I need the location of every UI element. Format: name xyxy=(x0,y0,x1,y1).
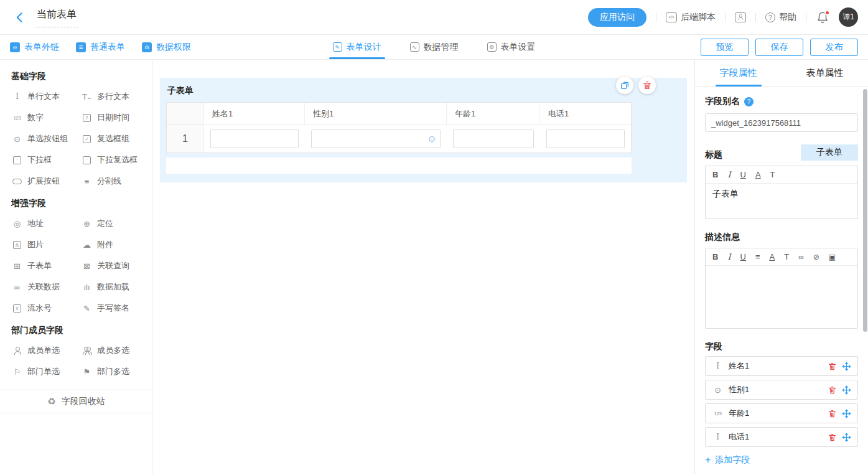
tab-data-management[interactable]: ∿ 数据管理 xyxy=(410,35,459,59)
back-icon[interactable] xyxy=(14,11,26,24)
move-field-icon[interactable] xyxy=(842,362,851,371)
avatar[interactable]: 谭1 xyxy=(839,7,858,27)
save-button[interactable]: 保存 xyxy=(755,39,803,56)
sidebar-item-location[interactable]: ⊕定位 xyxy=(81,218,149,229)
preview-button[interactable]: 预览 xyxy=(701,39,749,56)
form-title[interactable]: 当前表单 xyxy=(35,7,78,27)
sidebar-item-image[interactable]: ∆图片 xyxy=(11,239,81,250)
subform-col-index xyxy=(167,103,204,125)
font-color-icon[interactable]: A xyxy=(755,170,761,179)
item-label: 定位 xyxy=(97,218,113,229)
app-header: 当前表单 应用访问 </> 后端脚本 ? 帮助 谭1 xyxy=(0,0,868,35)
subform-widget[interactable]: 子表单 姓名1 性别1 年龄1 电话1 1 ⊙ xyxy=(160,78,687,182)
subform-badge[interactable]: 子表单 xyxy=(801,144,858,161)
item-label: 下拉框 xyxy=(27,154,52,166)
field-recycle-bin[interactable]: ♻ 字段回收站 xyxy=(0,390,152,413)
font-color-icon[interactable]: A xyxy=(770,252,775,261)
sidebar-item-extend-button[interactable]: 扩展按钮 xyxy=(11,176,81,187)
font-size-icon[interactable]: T xyxy=(784,252,789,261)
copy-widget-button[interactable] xyxy=(616,77,633,94)
sidebar-item-radio-group[interactable]: ⊙单选按钮组 xyxy=(11,133,81,144)
sidebar-item-number[interactable]: 123数字 xyxy=(11,112,81,123)
field-row-age[interactable]: 123 年龄1 xyxy=(705,403,858,423)
app-access-button[interactable]: 应用访问 xyxy=(588,8,646,27)
sidebar-item-dept-single[interactable]: ⚐部门单选 xyxy=(11,366,81,377)
align-icon[interactable]: ≡ xyxy=(755,252,760,261)
sidebar-item-serial-number[interactable]: #流水号 xyxy=(11,303,81,314)
sidebar-item-member-single[interactable]: 成员单选 xyxy=(11,345,81,356)
tab-form-design[interactable]: ✎ 表单设计 xyxy=(333,35,381,59)
tab-form-settings[interactable]: ⚙ 表单设置 xyxy=(487,35,536,59)
description-label: 描述信息 xyxy=(705,232,858,243)
delete-field-icon[interactable] xyxy=(828,433,837,442)
field-row-phone[interactable]: I 电话1 xyxy=(705,427,858,447)
sidebar-item-divider-line[interactable]: ≡分割线 xyxy=(81,176,149,187)
link-icon[interactable]: ∞ xyxy=(798,253,804,261)
notification-bell-button[interactable] xyxy=(816,11,829,24)
title-label: 标题 xyxy=(705,149,722,161)
sidebar-item-linked-data[interactable]: ∞关联数据 xyxy=(11,281,81,293)
gender-input[interactable] xyxy=(311,129,441,148)
bold-icon[interactable]: B xyxy=(712,170,718,179)
data-permission-button[interactable]: ılı 数据权限 xyxy=(142,42,191,53)
bold-icon[interactable]: B xyxy=(712,252,718,261)
sidebar-item-attachment[interactable]: ☁附件 xyxy=(81,239,149,250)
move-field-icon[interactable] xyxy=(842,433,851,442)
field-row-gender[interactable]: ⊙ 性别1 xyxy=(705,380,858,400)
normal-form-button[interactable]: ≣ 普通表单 xyxy=(76,42,125,53)
sidebar-item-address[interactable]: ◎地址 xyxy=(11,218,81,229)
item-label: 多行文本 xyxy=(97,91,129,102)
underline-icon[interactable]: U xyxy=(740,252,746,261)
tab-form-properties[interactable]: 表单属性 xyxy=(782,60,868,86)
sidebar-item-single-line-text[interactable]: I单行文本 xyxy=(11,91,81,102)
field-row-name[interactable]: I 姓名1 xyxy=(705,356,858,376)
add-field-button[interactable]: + 添加字段 xyxy=(705,454,858,466)
tab-label: 数据管理 xyxy=(424,42,459,53)
sidebar-item-signature[interactable]: ✎手写签名 xyxy=(81,303,149,314)
unlink-icon[interactable]: ⊘ xyxy=(813,253,819,261)
name-cell xyxy=(204,125,305,153)
sidebar-item-date-time[interactable]: 7日期时间 xyxy=(81,112,149,123)
subform-footer-strip xyxy=(166,158,632,174)
name-input[interactable] xyxy=(210,129,299,148)
sidebar-item-data-load[interactable]: ılı数据加载 xyxy=(81,281,149,293)
panel-body: 字段别名 ? 标题 子表单 B I U A T 子表单 描述信息 xyxy=(695,87,868,466)
tab-field-properties[interactable]: 字段属性 xyxy=(695,60,782,86)
sidebar-item-checkbox-group[interactable]: ✓复选框组 xyxy=(81,133,149,144)
insert-image-icon[interactable]: ▣ xyxy=(829,253,836,261)
delete-field-icon[interactable] xyxy=(828,362,837,371)
alias-input[interactable] xyxy=(705,113,858,132)
underline-icon[interactable]: U xyxy=(740,170,746,179)
panel-scrollbar[interactable] xyxy=(863,89,867,332)
publish-button[interactable]: 发布 xyxy=(810,39,858,56)
item-label: 日期时间 xyxy=(97,112,129,123)
sidebar-item-member-multi[interactable]: 成员多选 xyxy=(81,345,149,356)
phone-input[interactable] xyxy=(546,129,625,148)
image-icon: ∆ xyxy=(11,241,23,249)
sidebar-item-subform[interactable]: ⊞子表单 xyxy=(11,260,81,271)
help-button[interactable]: ? 帮助 xyxy=(765,12,796,23)
delete-widget-button[interactable] xyxy=(638,77,656,94)
title-editor-content[interactable]: 子表单 xyxy=(706,184,857,219)
sidebar-item-multi-line-text[interactable]: T₌多行文本 xyxy=(81,91,149,102)
italic-icon[interactable]: I xyxy=(727,252,730,261)
age-input[interactable] xyxy=(453,129,534,148)
alias-help-icon[interactable]: ? xyxy=(744,97,754,106)
sidebar-item-linked-query[interactable]: ⊠关联查询 xyxy=(81,260,149,271)
delete-field-icon[interactable] xyxy=(828,385,837,395)
section-title-member-fields: 部门成员字段 xyxy=(11,325,152,336)
font-size-icon[interactable]: T xyxy=(770,170,775,179)
center-tabs: ✎ 表单设计 ∿ 数据管理 ⚙ 表单设置 xyxy=(333,35,536,59)
italic-icon[interactable]: I xyxy=(727,170,730,179)
description-editor-content[interactable] xyxy=(706,266,857,328)
sidebar-item-dept-multi[interactable]: ⚑部门多选 xyxy=(81,366,149,377)
backend-script-button[interactable]: </> 后端脚本 xyxy=(666,12,716,23)
toolbar-left-group: ∞ 表单外链 ≣ 普通表单 ılı 数据权限 xyxy=(10,42,191,53)
sidebar-item-select[interactable]: ˇ下拉框 xyxy=(11,154,81,166)
address-book-button[interactable] xyxy=(735,12,746,22)
delete-field-icon[interactable] xyxy=(828,409,837,418)
move-field-icon[interactable] xyxy=(842,409,851,418)
sidebar-item-multi-select[interactable]: ˇ下拉复选框 xyxy=(81,154,149,166)
form-external-link-button[interactable]: ∞ 表单外链 xyxy=(10,42,59,53)
move-field-icon[interactable] xyxy=(842,385,851,395)
